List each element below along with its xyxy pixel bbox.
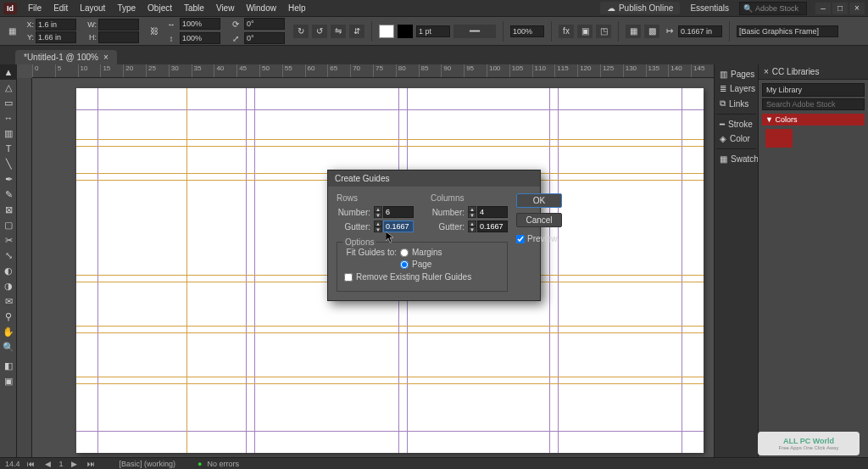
layers-panel-icon[interactable]: ≣Layers <box>716 82 756 95</box>
window-minimize[interactable]: – <box>815 3 831 14</box>
view-mode-toggle[interactable]: ▣ <box>0 373 17 388</box>
menu-table[interactable]: Table <box>178 2 210 14</box>
constrain-icon[interactable]: ⛓ <box>147 25 161 38</box>
w-input[interactable] <box>98 19 139 31</box>
effects-button[interactable]: fx <box>559 25 574 38</box>
shear-input[interactable] <box>244 32 285 44</box>
flip-v-button[interactable]: ⇵ <box>349 25 364 38</box>
publish-online-button[interactable]: ☁ Publish Online <box>600 2 680 14</box>
x-input[interactable] <box>36 19 76 31</box>
corner-options-button[interactable]: ◳ <box>596 25 611 38</box>
stroke-style-dropdown[interactable]: ━━ <box>453 25 496 38</box>
flip-h-button[interactable]: ⇋ <box>331 25 346 38</box>
stroke-swatch[interactable] <box>398 25 413 38</box>
library-search[interactable] <box>762 98 865 110</box>
reference-point-proxy[interactable]: ▦ <box>5 25 19 38</box>
rows-gutter-input[interactable] <box>383 221 414 232</box>
y-input[interactable] <box>36 31 76 43</box>
window-maximize[interactable]: □ <box>832 3 848 14</box>
horizontal-ruler[interactable]: 0510152025303540455055606570758085909510… <box>32 64 714 78</box>
menu-help[interactable]: Help <box>282 2 312 14</box>
zoom-tool[interactable]: 🔍 <box>0 339 17 355</box>
cols-number-spinner[interactable]: ▲▼ <box>468 206 476 218</box>
document-tab-close[interactable]: × <box>103 53 108 62</box>
pages-panel-icon[interactable]: ▥Pages <box>716 68 756 81</box>
fit-content-button[interactable]: ▦ <box>626 25 641 38</box>
menu-window[interactable]: Window <box>240 2 282 14</box>
menu-object[interactable]: Object <box>142 2 178 14</box>
rows-gutter-spinner[interactable]: ▲▼ <box>374 221 382 232</box>
library-select[interactable] <box>762 83 865 97</box>
status-preflight-profile[interactable]: [Basic] (working) <box>120 460 176 468</box>
rotation-input[interactable] <box>244 18 285 30</box>
eyedropper-tool[interactable]: ⚲ <box>0 309 17 324</box>
free-transform-tool[interactable]: ⤡ <box>0 248 17 263</box>
workspace-switcher[interactable]: Essentials <box>685 2 734 14</box>
color-panel-icon[interactable]: ◈Color <box>716 132 756 145</box>
h-input[interactable] <box>98 31 139 43</box>
note-tool[interactable]: ✉ <box>0 293 17 309</box>
colors-section-header[interactable]: ▼ Colors <box>762 114 865 126</box>
direct-selection-tool[interactable]: △ <box>0 80 17 95</box>
scale-x-input[interactable] <box>180 18 220 30</box>
selection-tool[interactable]: ▲ <box>0 64 17 80</box>
ok-button[interactable]: OK <box>516 193 562 208</box>
fit-frame-button[interactable]: ▩ <box>644 25 659 38</box>
rectangle-frame-tool[interactable]: ⊠ <box>0 202 17 217</box>
x-offset-input[interactable] <box>678 25 722 37</box>
preview-checkbox[interactable] <box>516 235 525 243</box>
pencil-tool[interactable]: ✎ <box>0 187 17 202</box>
zoom-input[interactable] <box>510 25 544 37</box>
vertical-ruler[interactable] <box>17 78 32 461</box>
cols-gutter-input[interactable] <box>477 221 508 232</box>
prev-page-button[interactable]: ◀ <box>42 460 54 468</box>
rotate-90-ccw-button[interactable]: ↺ <box>312 25 327 38</box>
color-swatch-red[interactable] <box>765 129 793 148</box>
links-panel-icon[interactable]: ⧉Links <box>716 97 756 110</box>
gap-tool[interactable]: ↔ <box>0 110 17 126</box>
cancel-button[interactable]: Cancel <box>516 213 562 227</box>
scissors-tool[interactable]: ✂ <box>0 232 17 248</box>
stroke-panel-icon[interactable]: ━Stroke <box>716 118 756 131</box>
cc-libraries-tab[interactable]: ×CC Libraries <box>759 64 868 80</box>
scale-y-input[interactable] <box>180 32 220 44</box>
fill-stroke-proxy[interactable]: ◧ <box>0 358 17 373</box>
text-wrap-button[interactable]: ▣ <box>577 25 593 38</box>
menu-type[interactable]: Type <box>111 2 142 14</box>
fill-swatch[interactable] <box>379 25 394 38</box>
pen-tool[interactable]: ✒ <box>0 171 17 187</box>
menu-layout[interactable]: Layout <box>74 2 111 14</box>
gradient-feather-tool[interactable]: ◑ <box>0 278 17 293</box>
line-tool[interactable]: ╲ <box>0 156 17 171</box>
status-zoom[interactable]: 14.4 <box>5 460 20 468</box>
status-page-input[interactable]: 1 <box>59 460 64 468</box>
next-page-button[interactable]: ▶ <box>69 460 81 468</box>
first-page-button[interactable]: ⏮ <box>25 460 37 468</box>
gradient-swatch-tool[interactable]: ◐ <box>0 263 17 278</box>
menu-view[interactable]: View <box>210 2 241 14</box>
remove-guides-checkbox[interactable] <box>344 273 353 282</box>
menu-edit[interactable]: Edit <box>47 2 74 14</box>
last-page-button[interactable]: ⏭ <box>86 460 97 468</box>
content-collector-tool[interactable]: ▥ <box>0 126 17 141</box>
rows-number-spinner[interactable]: ▲▼ <box>374 206 382 218</box>
cols-gutter-spinner[interactable]: ▲▼ <box>468 221 476 232</box>
hand-tool[interactable]: ✋ <box>0 324 17 339</box>
rectangle-tool[interactable]: ▢ <box>0 217 17 232</box>
page-tool[interactable]: ▭ <box>0 95 17 110</box>
fit-margins-radio[interactable] <box>400 248 409 257</box>
rotate-90-cw-button[interactable]: ↻ <box>293 25 309 38</box>
stroke-weight-input[interactable] <box>416 25 450 37</box>
cols-number-input[interactable] <box>477 206 508 218</box>
rows-number-input[interactable] <box>383 206 414 218</box>
type-tool[interactable]: T <box>0 141 17 156</box>
document-tab[interactable]: *Untitled-1 @ 100% × <box>15 50 117 64</box>
search-adobe-stock[interactable]: 🔍 Adobe Stock <box>739 2 807 15</box>
close-icon[interactable]: × <box>764 67 769 76</box>
object-style-select[interactable] <box>737 25 838 37</box>
swatches-panel-icon[interactable]: ▦Swatches <box>716 153 756 165</box>
window-close[interactable]: × <box>849 3 865 14</box>
fit-page-radio[interactable] <box>400 260 409 269</box>
dialog-title[interactable]: Create Guides <box>328 170 540 187</box>
menu-file[interactable]: File <box>22 2 47 14</box>
